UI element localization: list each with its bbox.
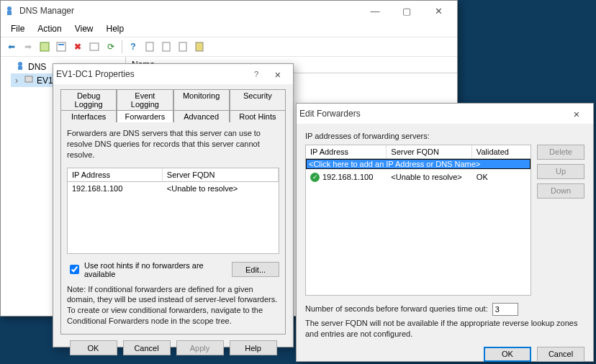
checkbox-input[interactable] [70,265,79,274]
tab-advanced[interactable]: Advanced [173,110,230,122]
svg-rect-7 [163,42,170,51]
fqdn-note: The server FQDN will not be available if… [305,318,584,340]
help-icon[interactable]: ? [125,39,141,55]
menu-help[interactable]: Help [101,22,130,35]
add-entry-placeholder: <Click here to add an IP Address or DNS … [307,160,530,168]
maximize-button[interactable]: ▢ [391,1,423,21]
tab-panel: Forwarders are DNS servers that this ser… [60,122,286,335]
dialog-titlebar: Edit Forwarders × [297,104,593,124]
tab-debug-logging[interactable]: Debug Logging [60,89,117,110]
svg-rect-11 [18,66,22,70]
grid-row[interactable]: 192.168.1.100 <Unable to resolve> [68,182,279,195]
timeout-label: Number of seconds before forward queries… [305,304,488,314]
help-button[interactable]: Help [230,340,277,355]
close-button[interactable]: ✕ [423,1,454,21]
svg-point-10 [18,62,22,66]
cell-validated: OK [472,170,530,183]
cancel-button[interactable]: Cancel [537,347,584,362]
edit-grid[interactable]: <Click here to add an IP Address or DNS … [305,159,531,296]
dialog-buttons: OK Cancel Apply Help [60,335,286,358]
forwarders-grid-header: IP Address Server FQDN [67,168,279,182]
edit-grid-header: IP Address Server FQDN Validated [305,145,531,159]
add-entry-input[interactable]: <Click here to add an IP Address or DNS … [306,159,530,169]
svg-point-0 [7,6,12,11]
tab-event-logging[interactable]: Event Logging [117,89,173,110]
use-root-hints-checkbox[interactable]: Use root hints if no forwarders are avai… [67,261,232,278]
cell-fqdn: <Unable to resolve> [387,170,472,183]
minimize-button[interactable]: — [359,1,391,21]
svg-rect-9 [196,42,203,51]
delete-button[interactable]: Delete [537,145,584,160]
side-buttons: Delete Up Down [537,145,584,296]
svg-rect-1 [7,11,12,15]
cell-fqdn: <Unable to resolve> [163,182,279,195]
back-icon[interactable]: ⬅ [4,39,19,55]
toolbar-btn[interactable] [37,39,53,55]
help-button[interactable]: ? [247,70,266,78]
svg-rect-6 [146,42,153,51]
window-title: DNS Manager [19,6,359,16]
ok-button[interactable]: OK [484,347,531,362]
timeout-input[interactable] [492,303,518,316]
col-ip: IP Address [306,145,387,158]
svg-rect-4 [58,44,64,45]
menu-file[interactable]: File [5,22,30,35]
col-ip: IP Address [68,168,163,181]
svg-rect-3 [57,42,66,51]
toolbar-btn[interactable] [142,39,158,55]
titlebar: DNS Manager — ▢ ✕ [1,1,457,21]
col-validated: Validated [472,145,530,158]
validated-icon: ✓ [310,173,320,182]
toolbar: ⬅ ➡ ✖ ⟳ ? [1,37,457,57]
dialog-title: EV1-DC1 Properties [56,69,247,79]
menubar: File Action View Help [1,21,457,37]
down-button[interactable]: Down [537,183,584,199]
cell-ip: 192.168.1.100 [68,182,163,195]
grid-row[interactable]: ✓ 192.168.1.100 <Unable to resolve> OK [306,169,530,184]
apply-button[interactable]: Apply [176,340,224,355]
refresh-icon[interactable]: ⟳ [103,39,119,55]
forward-icon[interactable]: ➡ [20,39,36,55]
tab-forwarders[interactable]: Forwarders [117,110,173,122]
toolbar-btn[interactable] [53,39,69,55]
edit-forwarders-dialog: Edit Forwarders × IP addresses of forwar… [296,103,594,362]
delete-icon[interactable]: ✖ [70,39,86,55]
dns-icon [15,60,25,73]
server-icon [24,74,34,86]
svg-rect-2 [40,42,49,51]
ok-button[interactable]: OK [70,340,117,355]
ip-addresses-label: IP addresses of forwarding servers: [305,131,584,142]
dialog-titlebar: EV1-DC1 Properties ? × [53,64,293,84]
edit-button[interactable]: Edit... [232,262,279,277]
tab-root-hints[interactable]: Root Hints [230,110,286,122]
forwarders-description: Forwarders are DNS servers that this ser… [67,128,279,160]
menu-action[interactable]: Action [32,22,67,35]
tab-monitoring[interactable]: Monitoring [173,89,230,110]
timeout-row: Number of seconds before forward queries… [305,303,584,316]
app-icon [4,5,15,17]
toolbar-btn[interactable] [191,39,207,55]
up-button[interactable]: Up [537,164,584,179]
cell-ip: 192.168.1.100 [322,173,373,181]
close-button[interactable]: × [563,108,590,120]
close-button[interactable]: × [266,68,290,81]
cancel-button[interactable]: Cancel [123,340,171,355]
svg-rect-5 [90,43,99,50]
expander-icon[interactable]: › [12,76,21,86]
tab-interfaces[interactable]: Interfaces [60,110,117,122]
tree-label: DNS [28,62,46,72]
conditional-forwarders-note: Note: If conditional forwarders are defi… [67,284,279,327]
forwarders-grid[interactable]: 192.168.1.100 <Unable to resolve> [67,182,279,254]
svg-rect-12 [25,76,32,82]
svg-rect-8 [179,42,186,51]
checkbox-label: Use root hints if no forwarders are avai… [84,261,232,278]
menu-view[interactable]: View [69,22,99,35]
dialog-buttons: OK Cancel [305,347,584,362]
tab-strip: Debug Logging Event Logging Monitoring S… [60,88,286,122]
toolbar-btn[interactable] [158,39,174,55]
tab-security[interactable]: Security [230,89,286,110]
toolbar-btn[interactable] [86,39,102,55]
col-fqdn: Server FQDN [163,168,279,181]
toolbar-btn[interactable] [175,39,191,55]
col-fqdn: Server FQDN [387,145,472,158]
